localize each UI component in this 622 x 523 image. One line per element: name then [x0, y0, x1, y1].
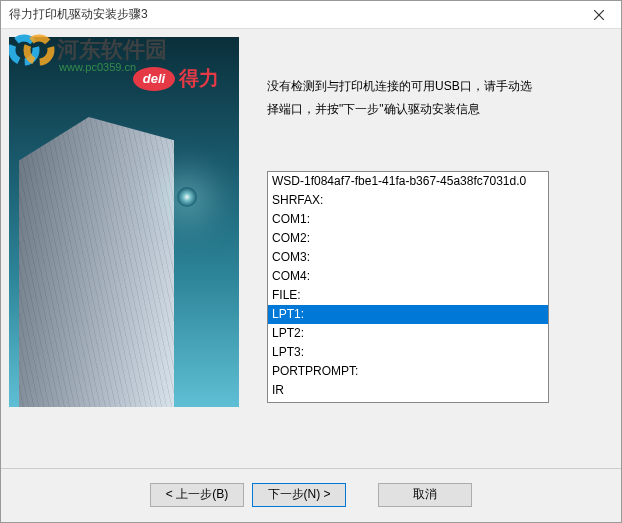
port-item[interactable]: COM1: [268, 210, 548, 229]
content-area: deli 得力 没有检测到与打印机连接的可用USB口，请手动选 择端口，并按"下… [1, 29, 621, 469]
port-item[interactable]: LPT2: [268, 324, 548, 343]
port-item[interactable]: SHRFAX: [268, 191, 548, 210]
window-title: 得力打印机驱动安装步骤3 [9, 6, 148, 23]
port-item[interactable]: COM2: [268, 229, 548, 248]
next-button[interactable]: 下一步(N) > [252, 483, 346, 507]
port-item[interactable]: IR [268, 381, 548, 400]
brand-panel: deli 得力 [9, 37, 239, 407]
instruction-line2: 择端口，并按"下一步"确认驱动安装信息 [267, 98, 601, 121]
port-listbox[interactable]: WSD-1f084af7-fbe1-41fa-b367-45a38fc7031d… [267, 171, 549, 403]
main-panel: 没有检测到与打印机连接的可用USB口，请手动选 择端口，并按"下一步"确认驱动安… [239, 37, 601, 469]
deli-logo-cn: 得力 [179, 65, 219, 92]
port-item[interactable]: COM4: [268, 267, 548, 286]
deli-logo: deli 得力 [133, 65, 219, 92]
port-item[interactable]: LPT1: [268, 305, 548, 324]
port-item[interactable]: PORTPROMPT: [268, 362, 548, 381]
instruction-line1: 没有检测到与打印机连接的可用USB口，请手动选 [267, 75, 601, 98]
port-item[interactable]: WSD-1f084af7-fbe1-41fa-b367-45a38fc7031d… [268, 172, 548, 191]
instruction-text: 没有检测到与打印机连接的可用USB口，请手动选 择端口，并按"下一步"确认驱动安… [267, 75, 601, 121]
back-button[interactable]: < 上一步(B) [150, 483, 244, 507]
building-graphic [9, 130, 239, 408]
cancel-button[interactable]: 取消 [378, 483, 472, 507]
button-row: < 上一步(B) 下一步(N) > 取消 [1, 468, 621, 508]
titlebar: 得力打印机驱动安装步骤3 [1, 1, 621, 29]
deli-logo-en: deli [133, 67, 175, 91]
close-icon [594, 10, 604, 20]
close-button[interactable] [577, 1, 621, 29]
port-item[interactable]: FILE: [268, 286, 548, 305]
port-item[interactable]: COM3: [268, 248, 548, 267]
lens-flare [177, 187, 197, 207]
port-item[interactable]: LPT3: [268, 343, 548, 362]
